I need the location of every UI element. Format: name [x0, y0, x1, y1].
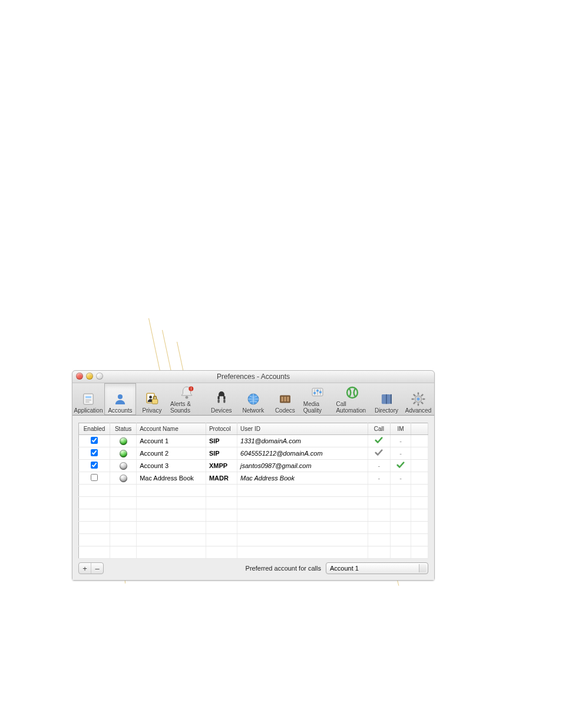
tab-application[interactable]: Application	[72, 383, 104, 415]
svg-rect-0	[84, 394, 93, 404]
user-id-cell: jsantos0987@gmail.com	[237, 460, 368, 472]
tab-label: Codecs	[275, 407, 295, 414]
remove-account-button[interactable]: –	[91, 563, 103, 574]
tab-label: Privacy	[143, 407, 162, 414]
tab-directory[interactable]: Directory	[371, 383, 402, 415]
window-title: Preferences - Accounts	[217, 373, 290, 381]
accounts-bottombar: + – Preferred account for calls Account …	[78, 562, 428, 574]
close-icon[interactable]	[76, 373, 83, 380]
user-id-cell: 6045551212@domainA.com	[237, 447, 368, 460]
svg-point-25	[347, 387, 358, 398]
enabled-checkbox[interactable]	[91, 449, 98, 456]
status-green-icon	[120, 437, 127, 445]
tab-devices[interactable]: Devices	[206, 383, 237, 415]
svg-point-4	[118, 394, 123, 399]
callauto-icon	[345, 385, 360, 400]
tab-label: Accounts	[108, 407, 132, 414]
advanced-icon	[411, 391, 426, 407]
add-account-button[interactable]: +	[79, 563, 91, 574]
checkmark-green-icon	[375, 436, 383, 444]
alerts-icon: !	[179, 385, 194, 400]
account-row[interactable]: Account 2SIP6045551212@domainA.com-	[79, 447, 428, 460]
codecs-icon	[277, 391, 293, 407]
status-green-icon	[120, 450, 127, 457]
svg-rect-7	[152, 399, 158, 404]
svg-point-8	[185, 396, 188, 399]
col-spacer	[411, 423, 428, 435]
spacer-cell	[411, 460, 428, 472]
window-controls	[76, 373, 103, 380]
table-header-row: Enabled Status Account Name Protocol Use…	[79, 423, 428, 435]
dash-icon: -	[399, 437, 402, 444]
tab-privacy[interactable]: Privacy	[136, 383, 168, 415]
application-icon	[81, 391, 96, 407]
enabled-checkbox[interactable]	[91, 462, 98, 469]
accounts-table: Enabled Status Account Name Protocol Use…	[78, 423, 428, 559]
zoom-icon[interactable]	[96, 373, 103, 380]
account-row[interactable]: Account 3XMPPjsantos0987@gmail.com-	[79, 460, 428, 472]
svg-rect-12	[223, 399, 225, 403]
svg-point-22	[313, 392, 316, 394]
svg-line-34	[414, 394, 415, 396]
empty-row	[79, 509, 428, 522]
svg-rect-27	[386, 394, 387, 404]
svg-point-38	[417, 398, 420, 401]
tab-alerts[interactable]: !Alerts & Sounds	[168, 383, 206, 415]
empty-row	[79, 497, 428, 509]
spacer-cell	[411, 447, 428, 460]
tab-accounts[interactable]: Accounts	[104, 383, 136, 415]
accounts-icon	[113, 391, 128, 407]
select-stepper-icon: ▲▼	[421, 565, 425, 571]
devices-icon	[214, 391, 229, 407]
empty-row	[79, 534, 428, 546]
account-name-cell: Account 2	[137, 447, 206, 460]
col-user-id[interactable]: User ID	[237, 423, 368, 435]
account-name-cell: Mac Address Book	[137, 472, 206, 485]
add-remove-group: + –	[78, 562, 104, 574]
svg-rect-1	[85, 396, 91, 398]
col-status[interactable]: Status	[110, 423, 137, 435]
spacer-cell	[411, 435, 428, 447]
minimize-icon[interactable]	[86, 373, 93, 380]
user-id-cell: Mac Address Book	[237, 472, 368, 485]
col-protocol[interactable]: Protocol	[206, 423, 237, 435]
col-im[interactable]: IM	[390, 423, 411, 435]
enabled-checkbox[interactable]	[91, 474, 98, 481]
tab-network[interactable]: Network	[237, 383, 269, 415]
call-cell: -	[368, 472, 391, 485]
tab-advanced[interactable]: Advanced	[402, 383, 434, 415]
window-titlebar: Preferences - Accounts	[72, 371, 434, 383]
tab-media[interactable]: Media Quality	[301, 383, 334, 415]
account-row[interactable]: Mac Address BookMADRMac Address Book--	[79, 472, 428, 485]
call-cell: -	[368, 460, 391, 472]
user-id-cell: 1331@domainA.com	[237, 435, 368, 447]
tab-callauto[interactable]: Call Automation	[333, 383, 371, 415]
account-row[interactable]: Account 1SIP1331@domainA.com-	[79, 435, 428, 447]
enabled-checkbox[interactable]	[91, 437, 98, 444]
preferences-window: Preferences - Accounts ApplicationAccoun…	[72, 370, 435, 581]
svg-rect-28	[391, 394, 392, 404]
dash-icon: -	[378, 475, 381, 482]
svg-rect-17	[287, 397, 289, 401]
preferred-account-select[interactable]: Account 1 ▲▼	[326, 562, 428, 574]
empty-row	[79, 522, 428, 534]
im-cell	[390, 460, 411, 472]
col-call[interactable]: Call	[368, 423, 391, 435]
preferences-toolbar: ApplicationAccountsPrivacy!Alerts & Soun…	[72, 383, 434, 416]
tab-codecs[interactable]: Codecs	[269, 383, 301, 415]
col-enabled[interactable]: Enabled	[79, 423, 110, 435]
svg-point-24	[319, 391, 321, 393]
empty-row	[79, 485, 428, 497]
protocol-cell: SIP	[206, 447, 237, 460]
privacy-icon	[144, 391, 160, 407]
tab-label: Media Quality	[303, 401, 332, 414]
svg-point-6	[149, 396, 152, 398]
accounts-pane: Enabled Status Account Name Protocol Use…	[72, 416, 434, 580]
call-cell	[368, 435, 391, 447]
svg-rect-3	[85, 401, 90, 403]
dash-icon: -	[378, 462, 381, 469]
col-account-name[interactable]: Account Name	[137, 423, 206, 435]
tab-label: Devices	[211, 407, 232, 414]
status-gray-icon	[120, 462, 127, 470]
protocol-cell: MADR	[206, 472, 237, 485]
